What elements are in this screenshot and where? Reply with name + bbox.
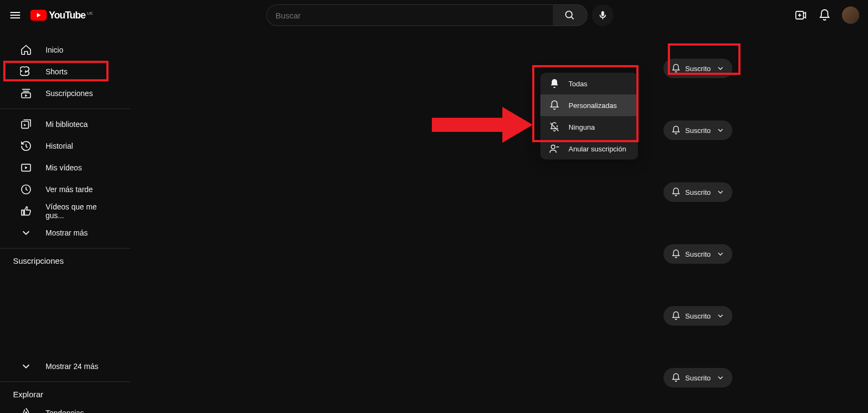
sidebar-item-library[interactable]: Mi biblioteca [7, 113, 124, 135]
sidebar-section-title: Suscripciones [0, 253, 130, 269]
history-icon [20, 139, 33, 153]
subscribed-label: Suscrito [685, 65, 711, 73]
subscribed-button[interactable]: Suscrito [663, 368, 732, 387]
sidebar-item-label: Mis vídeos [46, 163, 82, 172]
subscribed-label: Suscrito [685, 126, 711, 135]
main-content: Todas Personalizadas Ninguna Anular susc… [130, 30, 868, 413]
bell-filled-icon [549, 78, 560, 89]
sidebar-explore: Explorar Tendencias Música [0, 382, 130, 413]
sidebar-item-label: Historial [46, 142, 73, 150]
bell-icon [671, 373, 681, 383]
menu-item-personalized[interactable]: Personalizadas [540, 94, 638, 116]
sidebar-item-shorts[interactable]: Shorts [7, 61, 124, 82]
menu-item-unsubscribe[interactable]: Anular suscripción [540, 138, 638, 160]
svg-point-0 [566, 11, 572, 18]
sidebar-item-show-more-subs[interactable]: Mostrar 24 más [7, 355, 124, 377]
bell-icon [671, 311, 681, 321]
sidebar-item-show-more[interactable]: Mostrar más [7, 222, 124, 244]
thumbs-up-icon [20, 205, 33, 218]
bell-icon [671, 63, 681, 73]
subscribed-label: Suscrito [685, 312, 711, 320]
create-icon [794, 9, 807, 22]
bell-off-icon [549, 122, 560, 132]
your-videos-icon [20, 161, 33, 174]
library-icon [20, 118, 33, 131]
masthead-center [266, 4, 614, 26]
subscribed-button[interactable]: Suscrito [663, 182, 732, 202]
menu-item-label: Personalizadas [569, 101, 617, 110]
sidebar-subscriptions-list [0, 269, 130, 355]
home-icon [20, 43, 33, 56]
bell-icon [549, 100, 560, 111]
subscribed-buttons-column: SuscritoSuscritoSuscritoSuscritoSuscrito… [663, 59, 732, 387]
sidebar-item-label: Mi biblioteca [46, 120, 88, 129]
chevron-down-icon [716, 250, 725, 258]
masthead: YouTube UE [0, 0, 868, 30]
subscribed-button[interactable]: Suscrito [663, 306, 732, 326]
shorts-icon [20, 65, 33, 78]
chevron-down-icon [716, 373, 725, 382]
chevron-down-icon [716, 312, 725, 320]
notifications-button[interactable] [818, 9, 831, 22]
youtube-wordmark: YouTube [49, 10, 85, 21]
youtube-play-icon [30, 10, 47, 21]
chevron-down-icon [716, 64, 725, 73]
sidebar-primary: Inicio Shorts Suscripciones [0, 35, 130, 109]
chevron-down-icon [716, 126, 725, 135]
sidebar-item-label: Shorts [46, 67, 67, 76]
subscribed-button[interactable]: Suscrito [663, 59, 732, 78]
search [266, 4, 588, 26]
menu-item-label: Ninguna [569, 123, 595, 131]
menu-item-all[interactable]: Todas [540, 73, 638, 94]
sidebar-subscriptions: Suscripciones Mostrar 24 más [0, 249, 130, 382]
sidebar-item-subscriptions[interactable]: Suscripciones [7, 82, 124, 104]
masthead-right [794, 7, 859, 24]
trending-icon [20, 406, 33, 413]
menu-item-label: Todas [569, 80, 588, 88]
clock-icon [20, 183, 33, 196]
sidebar-item-label: Tendencias [46, 409, 84, 413]
sidebar-item-label: Suscripciones [46, 89, 93, 98]
subscribed-button[interactable]: Suscrito [663, 244, 732, 264]
bell-icon [671, 187, 681, 197]
create-button[interactable] [794, 9, 807, 22]
search-input[interactable] [266, 4, 553, 26]
sidebar-item-watch-later[interactable]: Ver más tarde [7, 179, 124, 200]
avatar[interactable] [842, 7, 859, 24]
sidebar-item-liked[interactable]: Vídeos que me gus... [7, 200, 124, 222]
sidebar-item-label: Inicio [46, 46, 63, 54]
chevron-down-icon [716, 188, 725, 196]
subscribed-label: Suscrito [685, 250, 711, 258]
masthead-left: YouTube UE [9, 9, 85, 22]
menu-item-label: Anular suscripción [569, 145, 626, 153]
youtube-logo[interactable]: YouTube UE [30, 10, 85, 21]
bell-icon [671, 125, 681, 135]
region-code: UE [87, 11, 93, 16]
bell-icon [671, 249, 681, 259]
microphone-icon [597, 10, 608, 21]
user-remove-icon [549, 143, 560, 154]
search-icon [564, 9, 576, 21]
notification-options-menu: Todas Personalizadas Ninguna Anular susc… [540, 73, 638, 160]
sidebar: Inicio Shorts Suscripciones Mi bibliotec… [0, 30, 130, 413]
sidebar-library: Mi biblioteca Historial Mis vídeos Ver m… [0, 109, 130, 249]
menu-item-none[interactable]: Ninguna [540, 116, 638, 138]
chevron-down-icon [20, 226, 33, 239]
search-button[interactable] [553, 4, 588, 26]
sidebar-item-label: Vídeos que me gus... [46, 202, 111, 220]
sidebar-item-home[interactable]: Inicio [7, 39, 124, 61]
subscribed-label: Suscrito [685, 188, 711, 196]
sidebar-item-trending[interactable]: Tendencias [7, 402, 124, 413]
chevron-down-icon [20, 360, 33, 373]
subscribed-button[interactable]: Suscrito [663, 120, 732, 140]
voice-search-button[interactable] [592, 4, 614, 26]
sidebar-item-history[interactable]: Historial [7, 135, 124, 157]
subscribed-label: Suscrito [685, 374, 711, 382]
svg-point-12 [551, 145, 555, 149]
bell-icon [818, 9, 831, 22]
sidebar-item-your-videos[interactable]: Mis vídeos [7, 157, 124, 179]
sidebar-item-label: Mostrar más [46, 228, 88, 237]
sidebar-item-label: Mostrar 24 más [46, 362, 98, 371]
guide-button[interactable] [9, 9, 22, 22]
subscriptions-icon [20, 87, 33, 100]
